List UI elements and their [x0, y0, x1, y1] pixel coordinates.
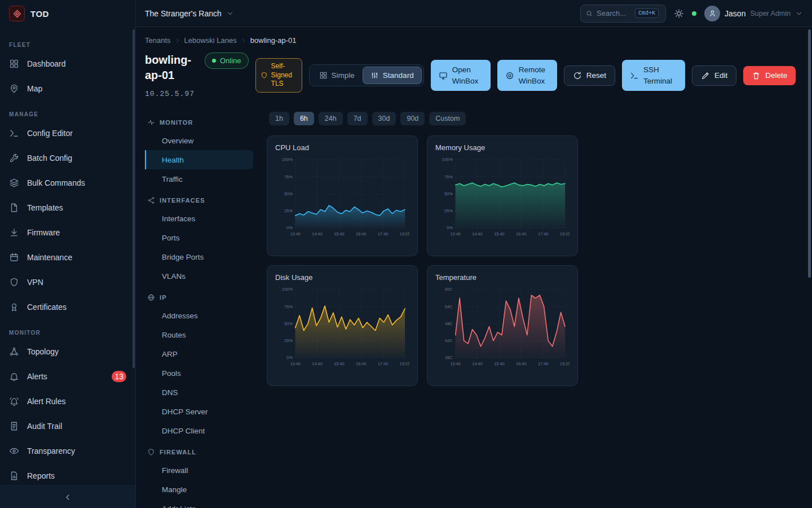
terminal-icon	[9, 128, 19, 138]
device-nav-routes[interactable]: Routes	[145, 325, 253, 344]
main-scrollbar[interactable]	[808, 29, 811, 278]
device-nav-traffic[interactable]: Traffic	[145, 169, 253, 189]
sidebar-item-batch-config[interactable]: Batch Config	[0, 146, 135, 170]
device-nav-overview[interactable]: Overview	[145, 131, 253, 150]
sidebar-item-label: Audit Trail	[27, 422, 62, 431]
page-title: bowling-ap-01	[145, 52, 198, 83]
connection-status-dot	[692, 11, 696, 16]
device-nav-ports[interactable]: Ports	[145, 228, 253, 247]
view-mode-standard-label: Standard	[383, 71, 414, 80]
svg-text:25%: 25%	[444, 208, 453, 213]
svg-text:15:40: 15:40	[334, 361, 345, 366]
svg-text:17:40: 17:40	[378, 231, 389, 237]
disk-usage-chart: 100%75%50%25%0%13:4014:4015:4016:4017:40…	[275, 284, 409, 374]
tenant-selector[interactable]: The Stranger's Ranch	[145, 9, 234, 18]
device-nav-dhcp-server[interactable]: DHCP Server	[145, 402, 253, 421]
pulse-icon	[147, 119, 155, 126]
sidebar-scrollbar[interactable]	[133, 29, 135, 368]
sidebar-item-map[interactable]: Map	[0, 76, 135, 101]
sidebar-item-dashboard[interactable]: Dashboard	[0, 51, 135, 76]
chevron-down-icon	[226, 10, 234, 17]
refresh-icon	[573, 71, 582, 80]
device-nav-dhcp-client[interactable]: DHCP Client	[145, 421, 253, 440]
svg-text:13:40: 13:40	[290, 231, 301, 237]
view-mode-standard[interactable]: Standard	[363, 67, 422, 84]
device-nav-dns[interactable]: DNS	[145, 383, 253, 402]
device-nav-section-monitor: MONITOR	[145, 114, 253, 131]
sidebar-item-label: VPN	[27, 278, 43, 287]
device-nav-pools[interactable]: Pools	[145, 364, 253, 383]
device-nav-firewall[interactable]: Firewall	[145, 461, 253, 480]
range-7d[interactable]: 7d	[347, 112, 368, 125]
tls-warning-badge: Self-Signed TLS	[255, 58, 302, 93]
range-90d[interactable]: 90d	[400, 112, 425, 125]
sidebar-item-bulk-commands[interactable]: Bulk Commands	[0, 170, 135, 195]
avatar	[704, 6, 720, 21]
open-winbox-button[interactable]: Open WinBox	[431, 60, 491, 91]
ssh-terminal-button[interactable]: SSH Terminal	[622, 60, 685, 91]
range-6h[interactable]: 6h	[294, 112, 314, 125]
disk-usage-card: Disk Usage 100%75%50%25%0%13:4014:4015:4…	[267, 265, 418, 386]
svg-text:14:40: 14:40	[472, 231, 483, 237]
svg-text:54C: 54C	[445, 304, 453, 309]
chevron-right-icon	[240, 37, 247, 44]
range-1h[interactable]: 1h	[269, 112, 289, 125]
search-box[interactable]: Cmd+K	[580, 5, 666, 23]
svg-text:25%: 25%	[284, 208, 293, 213]
sidebar-item-reports[interactable]: Reports	[0, 463, 135, 485]
svg-text:100%: 100%	[282, 157, 293, 162]
remote-winbox-button[interactable]: Remote WinBox	[497, 60, 557, 91]
breadcrumb-tenant[interactable]: Lebowski Lanes	[184, 36, 237, 45]
chart-title: Temperature	[435, 273, 570, 282]
range-custom[interactable]: Custom	[429, 112, 466, 125]
section-label-fleet: FLEET	[0, 42, 135, 48]
user-menu[interactable]: Jason Super Admin	[704, 6, 803, 21]
range-24h[interactable]: 24h	[319, 112, 343, 125]
device-header: bowling-ap-01 10.25.5.97 Online Self-Sig…	[145, 52, 798, 98]
svg-text:17:40: 17:40	[538, 231, 549, 237]
sidebar-item-transparency[interactable]: Transparency	[0, 439, 135, 463]
device-nav-vlans[interactable]: VLANs	[145, 266, 253, 286]
svg-text:0%: 0%	[447, 225, 453, 230]
svg-text:17:40: 17:40	[378, 361, 389, 366]
device-nav-bridge-ports[interactable]: Bridge Ports	[145, 247, 253, 266]
sidebar-collapse-button[interactable]	[0, 485, 135, 508]
view-mode-simple[interactable]: Simple	[311, 67, 363, 84]
device-nav-addr-lists[interactable]: Addr Lists	[145, 499, 253, 508]
sidebar-item-alerts[interactable]: Alerts13	[0, 364, 135, 389]
sidebar-item-certificates[interactable]: Certificates	[0, 295, 135, 319]
sidebar-item-topology[interactable]: Topology	[0, 339, 135, 364]
sidebar-item-alert-rules[interactable]: Alert Rules	[0, 389, 135, 414]
sidebar-item-vpn[interactable]: VPN	[0, 270, 135, 295]
svg-text:19:25: 19:25	[560, 361, 570, 366]
sidebar-item-label: Reports	[27, 471, 55, 480]
sidebar-item-maintenance[interactable]: Maintenance	[0, 245, 135, 270]
chart-title: Memory Usage	[435, 143, 570, 152]
share-icon	[147, 196, 155, 204]
search-input[interactable]	[597, 9, 632, 17]
device-nav-addresses[interactable]: Addresses	[145, 306, 253, 325]
device-nav-arp[interactable]: ARP	[145, 344, 253, 364]
range-30d[interactable]: 30d	[372, 112, 396, 125]
sidebar-item-firmware[interactable]: Firmware	[0, 220, 135, 245]
breadcrumb-tenants[interactable]: Tenants	[145, 36, 171, 45]
sidebar-item-templates[interactable]: Templates	[0, 195, 135, 220]
shield-icon	[261, 72, 268, 79]
sidebar-item-config-editor[interactable]: Config Editor	[0, 121, 135, 146]
open-winbox-label: Open WinBox	[452, 64, 483, 86]
delete-button[interactable]: Delete	[743, 66, 796, 85]
topbar: The Stranger's Ranch Cmd+K Jason Super A…	[136, 0, 812, 27]
device-nav-health[interactable]: Health	[145, 150, 253, 169]
sidebar-item-label: Dashboard	[27, 59, 66, 68]
device-nav-interfaces[interactable]: Interfaces	[145, 209, 253, 228]
svg-text:17:40: 17:40	[538, 361, 549, 366]
bell-ring-icon	[9, 396, 19, 406]
theme-toggle-button[interactable]	[674, 8, 684, 19]
edit-button[interactable]: Edit	[692, 65, 736, 86]
shield-icon	[147, 448, 155, 456]
reset-button[interactable]: Reset	[564, 65, 615, 86]
device-nav-mangle[interactable]: Mangle	[145, 480, 253, 499]
sidebar-item-audit-trail[interactable]: Audit Trail	[0, 414, 135, 439]
svg-text:42C: 42C	[445, 338, 453, 343]
delete-label: Delete	[765, 71, 787, 80]
